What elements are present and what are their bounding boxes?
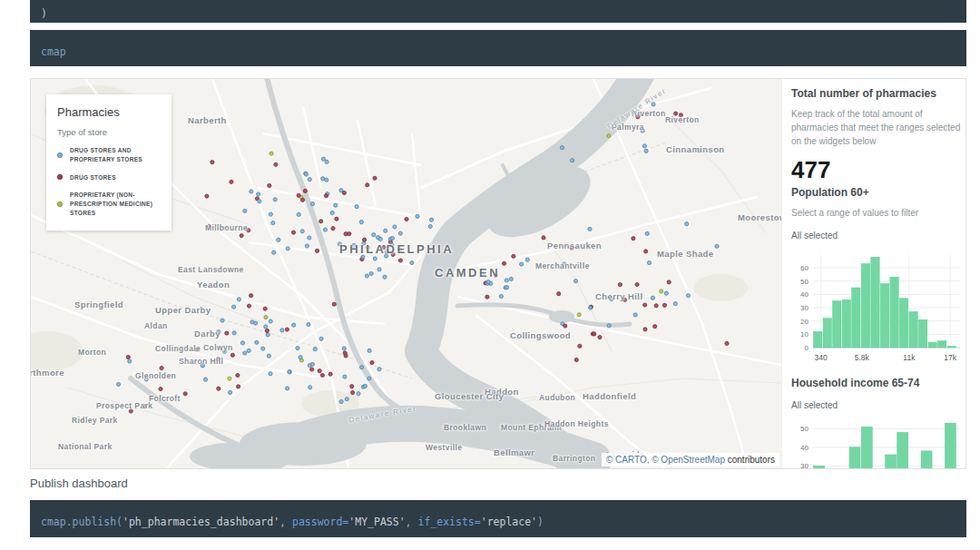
histogram-bar[interactable] [897,432,908,469]
map-label: Springfield [74,300,123,309]
histogram-bar[interactable] [938,341,946,348]
pharmacy-dot [307,322,310,326]
map-label: Moorestown [738,212,781,222]
pharmacy-dot [359,221,363,224]
pharmacy-dot [247,304,250,308]
map-label: Swarthmore [31,368,64,378]
histogram-bar[interactable] [871,257,879,348]
pharmacy-dot [325,178,328,182]
widget-title: Household income 65-74 [791,377,958,389]
pharmacy-dot [266,333,270,337]
pharmacy-dot [343,375,347,378]
attribution-links[interactable]: © CARTO, © OpenStreetMap [606,455,725,465]
pharmacy-dot [360,366,364,369]
publish-heading: Publish dashboard [30,476,128,490]
pharmacy-dot [393,225,397,229]
pharmacy-dot [332,302,336,306]
pharmacy-dot [653,325,657,329]
pharmacy-dot [250,294,253,298]
pharmacy-dot [313,348,317,351]
histogram-widget-income: Household income 65-74 All selected 3040… [791,377,958,469]
pharmacy-dot [370,360,374,364]
pharmacy-dot [280,329,284,332]
legend-title: Pharmacies [57,105,161,119]
pharmacy-dot [274,162,278,166]
pharmacy-dot [645,231,649,235]
pharmacy-dot [258,200,261,203]
pharmacy-dot [485,295,489,299]
pharmacy-dot [560,146,564,150]
widget-description: Select a range of values to filter [791,206,965,220]
pharmacy-dot [643,303,647,307]
pharmacy-dot [651,296,654,300]
map-label: Cinnaminson [666,144,725,154]
population-histogram[interactable]: 01020304050603405.8k11k17k [791,248,958,368]
pharmacy-dot [240,341,244,345]
histogram-bar[interactable] [909,311,917,348]
histogram-bar[interactable] [899,299,907,348]
pharmacy-dot [300,198,304,201]
legend-dot-icon [57,201,63,207]
map-label: Sharon Hill [179,357,223,366]
pharmacy-dot [525,258,529,261]
histogram-bar[interactable] [814,466,825,469]
attribution-suffix: contributors [725,455,775,465]
pharmacy-dot [383,275,387,279]
pharmacy-dot [647,261,651,265]
pharmacy-dot [348,232,351,236]
pharmacy-dot [635,282,639,286]
map-label: Folcroft [149,394,181,403]
pharmacy-dot [267,354,270,358]
histogram-bar[interactable] [842,300,850,348]
code-text: ) [41,7,47,20]
histogram-bar[interactable] [833,301,841,348]
pharmacy-dot [607,324,611,328]
pharmacy-dot [203,378,207,381]
histogram-bar[interactable] [928,342,936,348]
histogram-bar[interactable] [918,319,926,348]
histogram-bar[interactable] [945,423,956,469]
pharmacy-dot [405,217,408,221]
legend-items: DRUG STORES AND PROPRIETARY STORESDRUG S… [57,146,161,218]
pharmacy-dot [308,178,311,182]
income-histogram[interactable]: 304050 [791,417,958,469]
histogram-bar[interactable] [852,288,860,348]
legend-subtitle: Type of store [57,127,161,137]
histogram-bar[interactable] [861,427,872,469]
histogram-bar[interactable] [890,277,898,348]
histogram-bar[interactable] [947,347,956,348]
histogram-bar[interactable] [849,447,860,469]
map-label: Glenolden [135,371,176,380]
map-canvas[interactable]: PHILADELPHIACAMDENNarberthRivertonRivert… [31,79,781,468]
pharmacy-dot [557,292,561,296]
legend-item: DRUG STORES [57,173,161,182]
histogram-bar[interactable] [880,284,888,348]
svg-text:340: 340 [815,353,828,362]
map-label: Upper Darby [155,305,211,315]
svg-text:10: 10 [800,330,808,339]
pharmacy-dot [324,194,328,198]
legend-dot-icon [57,174,63,180]
histogram-bar[interactable] [861,264,869,348]
pharmacy-dot [499,294,503,298]
pharmacy-dot [369,271,373,275]
svg-text:5.8k: 5.8k [855,353,870,362]
map-attribution: © CARTO, © OpenStreetMap contributors [602,453,779,467]
pharmacy-dot [243,351,247,355]
map-label: Millbourne [205,223,248,232]
legend-item: PROPRIETARY (NON-PRESCRIPTION MEDICINE) … [57,191,161,217]
histogram-bar[interactable] [886,455,897,469]
code-token: 'ph_pharmacies_dashboard' [122,516,279,528]
pharmacy-dot [542,236,545,240]
pharmacy-dot [512,254,515,258]
code-token: password [292,516,342,528]
histogram-bar[interactable] [823,319,831,348]
pharmacy-dot [304,172,308,176]
pharmacy-dot [593,332,596,336]
histogram-bar[interactable] [921,451,932,469]
histogram-bar[interactable] [814,331,822,348]
pharmacy-dot [725,341,729,345]
widget-title: Total number of pharmacies [791,87,958,100]
pharmacy-dot [390,236,394,240]
pharmacy-dot [116,382,120,386]
